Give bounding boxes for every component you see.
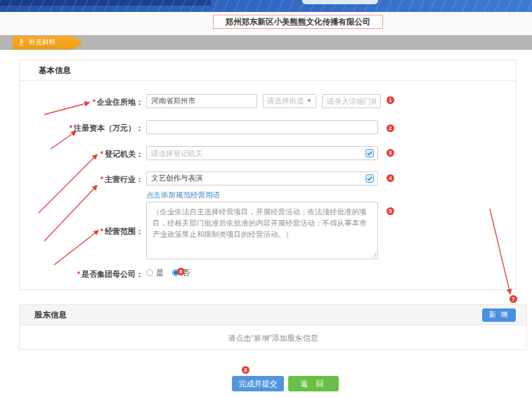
- breadcrumb-tab-label: 补充材料: [29, 38, 56, 47]
- authority-label: *登记机关：: [20, 149, 143, 160]
- annotation-badge-3: 3: [387, 149, 394, 157]
- banner-searchbox-remnant: [302, 0, 378, 4]
- company-name: 郑州郑东新区小美熊熊文化传播有限公司: [226, 17, 371, 27]
- annotation-badge-8: 8: [242, 366, 249, 374]
- resize-grip-icon[interactable]: [371, 252, 377, 258]
- scope-textarea[interactable]: （企业依法自主选择经营项目，开展经营活动；依法须经批准的项目，经相关部门批准后依…: [146, 202, 378, 259]
- shareholder-section: 股东信息 新 增 请点击“新增”添加股东信息: [19, 304, 527, 350]
- add-shareholder-button[interactable]: 新 增: [482, 308, 516, 322]
- annotation-badge-7: 7: [510, 295, 517, 303]
- industry-input[interactable]: [146, 171, 378, 186]
- chevron-down-icon: ▼: [306, 98, 312, 104]
- page: 郑州郑东新区小美熊熊文化传播有限公司 补充材料 基本信息 *企业住所地： 请选择…: [0, 0, 532, 397]
- required-asterisk: *: [100, 175, 103, 183]
- annotation-badge-1: 1: [387, 96, 394, 104]
- back-button[interactable]: 返 回: [288, 376, 339, 391]
- person-icon: [18, 39, 25, 46]
- company-name-box: 郑州郑东新区小美熊熊文化传播有限公司: [213, 15, 383, 29]
- radio-yes[interactable]: [146, 269, 153, 276]
- annotation-badge-6: 6: [177, 268, 185, 275]
- basic-info-section: 基本信息 *企业住所地： 请选择街道 ▼ *注册资本（万元）： *登记机关： *…: [19, 60, 517, 290]
- industry-label: *主营行业：: [20, 174, 143, 185]
- scope-text: （企业依法自主选择经营项目，开展经营活动；依法须经批准的项目，经相关部门批准后依…: [153, 207, 367, 238]
- street-select[interactable]: 请选择街道 ▼: [263, 94, 316, 108]
- authority-picker-icon[interactable]: [365, 149, 374, 157]
- authority-input[interactable]: [146, 146, 378, 160]
- submit-button[interactable]: 完成并提交: [232, 376, 284, 391]
- street-select-value: 请选择街道: [267, 96, 304, 106]
- address-label: *企业住所地：: [20, 97, 143, 108]
- required-asterisk: *: [100, 150, 103, 158]
- address-detail-input[interactable]: [322, 94, 381, 108]
- shareholder-empty-hint: 请点击“新增”添加股东信息: [20, 325, 526, 351]
- basic-info-header: 基本信息: [20, 60, 516, 81]
- annotation-badge-5: 5: [387, 207, 394, 215]
- required-asterisk: *: [100, 227, 103, 235]
- add-standard-terms-link[interactable]: 点击添加规范经营用语: [146, 190, 220, 200]
- shareholder-header: 股东信息 新 增: [20, 305, 526, 325]
- basic-info-title: 基本信息: [39, 65, 71, 76]
- breadcrumb-tab-supplement[interactable]: 补充材料: [13, 36, 83, 49]
- banner-hatch-pattern: [0, 0, 532, 12]
- required-asterisk: *: [70, 124, 72, 132]
- industry-picker-icon[interactable]: [365, 174, 374, 183]
- required-asterisk: *: [93, 98, 96, 106]
- capital-input[interactable]: [146, 120, 378, 134]
- group-parent-radio-group: 是 否: [146, 268, 195, 278]
- capital-label: *注册资本（万元）：: [20, 123, 143, 134]
- radio-yes-label[interactable]: 是: [156, 268, 164, 278]
- top-banner: [0, 0, 532, 12]
- shareholder-title: 股东信息: [34, 310, 67, 320]
- group-parent-label: *是否集团母公司：: [20, 269, 143, 280]
- annotation-badge-4: 4: [387, 174, 394, 182]
- required-asterisk: *: [77, 270, 80, 278]
- annotation-badge-2: 2: [387, 124, 394, 132]
- address-city-input[interactable]: [146, 94, 257, 108]
- scope-label: *经营范围：: [20, 226, 143, 237]
